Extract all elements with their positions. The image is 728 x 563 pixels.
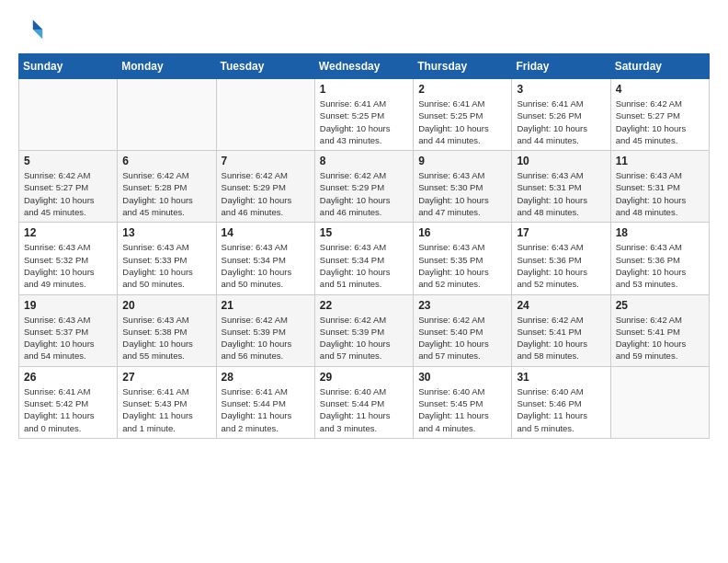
day-number: 16 bbox=[418, 226, 506, 239]
day-number: 30 bbox=[418, 371, 506, 384]
cell-info: Sunrise: 6:42 AM Sunset: 5:29 PM Dayligh… bbox=[222, 169, 310, 218]
cell-info: Sunrise: 6:40 AM Sunset: 5:46 PM Dayligh… bbox=[517, 385, 605, 434]
cell-info: Sunrise: 6:42 AM Sunset: 5:41 PM Dayligh… bbox=[616, 314, 704, 362]
cell-info: Sunrise: 6:43 AM Sunset: 5:38 PM Dayligh… bbox=[122, 314, 210, 362]
calendar-cell: 29Sunrise: 6:40 AM Sunset: 5:44 PM Dayli… bbox=[314, 366, 413, 438]
day-number: 14 bbox=[222, 226, 310, 239]
logo bbox=[18, 17, 48, 42]
day-number: 12 bbox=[24, 226, 112, 239]
cell-info: Sunrise: 6:40 AM Sunset: 5:45 PM Dayligh… bbox=[418, 385, 506, 434]
calendar-cell: 17Sunrise: 6:43 AM Sunset: 5:36 PM Dayli… bbox=[512, 223, 610, 294]
cell-info: Sunrise: 6:43 AM Sunset: 5:34 PM Dayligh… bbox=[320, 241, 408, 290]
day-number: 6 bbox=[122, 155, 210, 167]
calendar-container: SundayMondayTuesdayWednesdayThursdayFrid… bbox=[0, 0, 728, 448]
weekday-header: Sunday bbox=[19, 54, 118, 79]
calendar-cell: 28Sunrise: 6:41 AM Sunset: 5:44 PM Dayli… bbox=[216, 366, 314, 438]
calendar-cell: 13Sunrise: 6:43 AM Sunset: 5:33 PM Dayli… bbox=[118, 223, 216, 294]
calendar-cell: 11Sunrise: 6:43 AM Sunset: 5:31 PM Dayli… bbox=[610, 151, 709, 223]
calendar-cell: 19Sunrise: 6:43 AM Sunset: 5:37 PM Dayli… bbox=[19, 294, 118, 366]
weekday-header: Saturday bbox=[610, 54, 709, 79]
cell-info: Sunrise: 6:42 AM Sunset: 5:29 PM Dayligh… bbox=[320, 169, 408, 218]
day-number: 17 bbox=[517, 226, 605, 239]
calendar-cell: 3Sunrise: 6:41 AM Sunset: 5:26 PM Daylig… bbox=[512, 79, 610, 151]
cell-info: Sunrise: 6:43 AM Sunset: 5:31 PM Dayligh… bbox=[517, 169, 605, 218]
day-number: 2 bbox=[418, 83, 506, 96]
calendar-cell: 18Sunrise: 6:43 AM Sunset: 5:36 PM Dayli… bbox=[610, 223, 709, 294]
day-number: 28 bbox=[222, 371, 310, 384]
cell-info: Sunrise: 6:43 AM Sunset: 5:35 PM Dayligh… bbox=[418, 241, 506, 290]
day-number: 1 bbox=[320, 83, 408, 96]
logo-icon bbox=[18, 17, 44, 42]
day-number: 27 bbox=[122, 371, 210, 384]
calendar-cell: 10Sunrise: 6:43 AM Sunset: 5:31 PM Dayli… bbox=[512, 151, 610, 223]
day-number: 9 bbox=[418, 155, 506, 167]
calendar-cell: 16Sunrise: 6:43 AM Sunset: 5:35 PM Dayli… bbox=[414, 223, 512, 294]
calendar-cell: 26Sunrise: 6:41 AM Sunset: 5:42 PM Dayli… bbox=[19, 366, 118, 438]
calendar-cell: 23Sunrise: 6:42 AM Sunset: 5:40 PM Dayli… bbox=[414, 294, 512, 366]
cell-info: Sunrise: 6:42 AM Sunset: 5:40 PM Dayligh… bbox=[418, 314, 506, 362]
cell-info: Sunrise: 6:42 AM Sunset: 5:41 PM Dayligh… bbox=[517, 314, 605, 362]
day-number: 8 bbox=[320, 155, 408, 167]
cell-info: Sunrise: 6:43 AM Sunset: 5:36 PM Dayligh… bbox=[517, 241, 605, 290]
day-number: 24 bbox=[517, 299, 605, 312]
cell-info: Sunrise: 6:41 AM Sunset: 5:25 PM Dayligh… bbox=[320, 98, 408, 146]
cell-info: Sunrise: 6:41 AM Sunset: 5:25 PM Dayligh… bbox=[418, 98, 506, 146]
calendar-cell: 24Sunrise: 6:42 AM Sunset: 5:41 PM Dayli… bbox=[512, 294, 610, 366]
day-number: 20 bbox=[122, 299, 210, 312]
cell-info: Sunrise: 6:43 AM Sunset: 5:33 PM Dayligh… bbox=[122, 241, 210, 290]
calendar-cell: 20Sunrise: 6:43 AM Sunset: 5:38 PM Dayli… bbox=[118, 294, 216, 366]
cell-info: Sunrise: 6:40 AM Sunset: 5:44 PM Dayligh… bbox=[320, 385, 408, 434]
calendar-cell: 14Sunrise: 6:43 AM Sunset: 5:34 PM Dayli… bbox=[216, 223, 314, 294]
cell-info: Sunrise: 6:42 AM Sunset: 5:28 PM Dayligh… bbox=[122, 169, 210, 218]
calendar-cell: 9Sunrise: 6:43 AM Sunset: 5:30 PM Daylig… bbox=[414, 151, 512, 223]
day-number: 19 bbox=[24, 299, 112, 312]
day-number: 10 bbox=[517, 155, 605, 167]
calendar-cell: 12Sunrise: 6:43 AM Sunset: 5:32 PM Dayli… bbox=[19, 223, 118, 294]
calendar-table: SundayMondayTuesdayWednesdayThursdayFrid… bbox=[18, 53, 710, 439]
calendar-cell bbox=[216, 79, 314, 151]
weekday-header: Wednesday bbox=[314, 54, 413, 79]
calendar-cell: 6Sunrise: 6:42 AM Sunset: 5:28 PM Daylig… bbox=[118, 151, 216, 223]
calendar-cell: 1Sunrise: 6:41 AM Sunset: 5:25 PM Daylig… bbox=[314, 79, 413, 151]
cell-info: Sunrise: 6:42 AM Sunset: 5:39 PM Dayligh… bbox=[320, 314, 408, 362]
day-number: 31 bbox=[517, 371, 605, 384]
day-number: 3 bbox=[517, 83, 605, 96]
calendar-cell: 27Sunrise: 6:41 AM Sunset: 5:43 PM Dayli… bbox=[118, 366, 216, 438]
cell-info: Sunrise: 6:43 AM Sunset: 5:32 PM Dayligh… bbox=[24, 241, 112, 290]
weekday-header: Friday bbox=[512, 54, 610, 79]
calendar-week-row: 19Sunrise: 6:43 AM Sunset: 5:37 PM Dayli… bbox=[19, 294, 710, 366]
day-number: 21 bbox=[222, 299, 310, 312]
calendar-cell: 30Sunrise: 6:40 AM Sunset: 5:45 PM Dayli… bbox=[414, 366, 512, 438]
calendar-cell: 4Sunrise: 6:42 AM Sunset: 5:27 PM Daylig… bbox=[610, 79, 709, 151]
calendar-week-row: 1Sunrise: 6:41 AM Sunset: 5:25 PM Daylig… bbox=[19, 79, 710, 151]
calendar-week-row: 12Sunrise: 6:43 AM Sunset: 5:32 PM Dayli… bbox=[19, 223, 710, 294]
header bbox=[18, 17, 710, 42]
calendar-week-row: 5Sunrise: 6:42 AM Sunset: 5:27 PM Daylig… bbox=[19, 151, 710, 223]
cell-info: Sunrise: 6:43 AM Sunset: 5:31 PM Dayligh… bbox=[616, 169, 704, 218]
day-number: 4 bbox=[616, 83, 704, 96]
calendar-cell bbox=[610, 366, 709, 438]
day-number: 11 bbox=[616, 155, 704, 167]
calendar-cell bbox=[118, 79, 216, 151]
calendar-cell: 25Sunrise: 6:42 AM Sunset: 5:41 PM Dayli… bbox=[610, 294, 709, 366]
cell-info: Sunrise: 6:42 AM Sunset: 5:39 PM Dayligh… bbox=[222, 314, 310, 362]
cell-info: Sunrise: 6:43 AM Sunset: 5:37 PM Dayligh… bbox=[24, 314, 112, 362]
calendar-cell: 21Sunrise: 6:42 AM Sunset: 5:39 PM Dayli… bbox=[216, 294, 314, 366]
weekday-header: Monday bbox=[118, 54, 216, 79]
day-number: 13 bbox=[122, 226, 210, 239]
cell-info: Sunrise: 6:41 AM Sunset: 5:44 PM Dayligh… bbox=[222, 385, 310, 434]
calendar-cell bbox=[19, 79, 118, 151]
day-number: 26 bbox=[24, 371, 112, 384]
day-number: 23 bbox=[418, 299, 506, 312]
cell-info: Sunrise: 6:42 AM Sunset: 5:27 PM Dayligh… bbox=[24, 169, 112, 218]
weekday-header-row: SundayMondayTuesdayWednesdayThursdayFrid… bbox=[19, 54, 710, 79]
day-number: 29 bbox=[320, 371, 408, 384]
day-number: 5 bbox=[24, 155, 112, 167]
day-number: 25 bbox=[616, 299, 704, 312]
day-number: 18 bbox=[616, 226, 704, 239]
cell-info: Sunrise: 6:41 AM Sunset: 5:42 PM Dayligh… bbox=[24, 385, 112, 434]
calendar-cell: 2Sunrise: 6:41 AM Sunset: 5:25 PM Daylig… bbox=[414, 79, 512, 151]
cell-info: Sunrise: 6:41 AM Sunset: 5:43 PM Dayligh… bbox=[122, 385, 210, 434]
weekday-header: Thursday bbox=[414, 54, 512, 79]
cell-info: Sunrise: 6:42 AM Sunset: 5:27 PM Dayligh… bbox=[616, 98, 704, 146]
